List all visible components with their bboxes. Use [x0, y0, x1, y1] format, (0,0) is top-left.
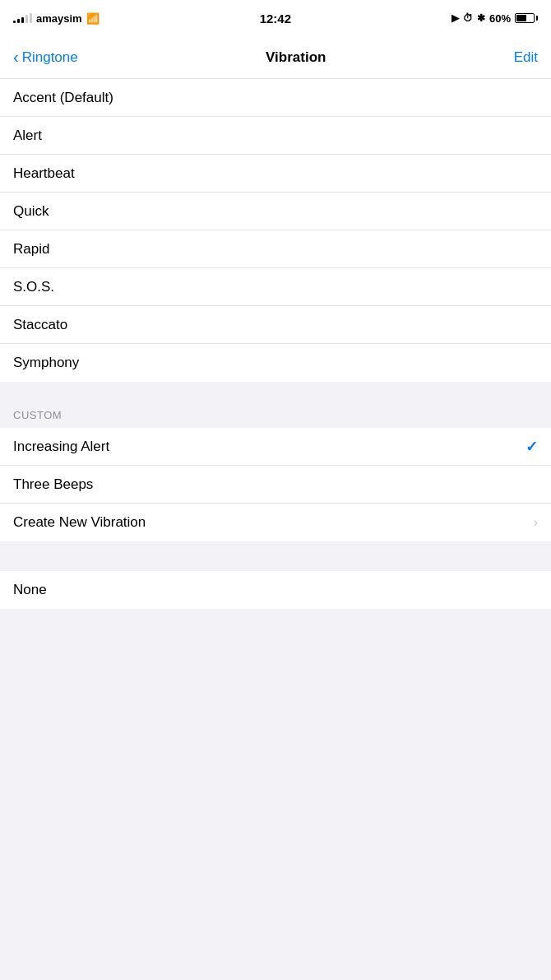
list-item-increasing-alert[interactable]: Increasing Alert ✓	[0, 428, 551, 466]
staccato-label: Staccato	[13, 317, 67, 333]
battery-icon	[515, 13, 538, 23]
accent-default-label: Accent (Default)	[13, 90, 113, 106]
section-gap	[0, 541, 551, 571]
sos-label: S.O.S.	[13, 279, 54, 295]
rapid-label: Rapid	[13, 241, 49, 258]
battery-percent: 60%	[489, 12, 511, 25]
page-title: Vibration	[266, 49, 326, 66]
list-item-three-beeps[interactable]: Three Beeps	[0, 466, 551, 504]
quick-label: Quick	[13, 203, 49, 220]
list-item-none[interactable]: None	[0, 571, 551, 609]
signal-icon	[13, 13, 32, 23]
custom-section-header: CUSTOM	[0, 382, 551, 428]
list-item-sos[interactable]: S.O.S.	[0, 268, 551, 306]
status-right: ▶ ⏱ ✱ 60%	[451, 12, 538, 25]
bluetooth-icon: ✱	[477, 12, 485, 24]
back-button[interactable]: ‹ Ringtone	[13, 49, 78, 66]
alarm-icon: ⏱	[463, 12, 473, 24]
carrier-label: amaysim	[36, 12, 82, 25]
none-section-list: None	[0, 571, 551, 609]
list-item-quick[interactable]: Quick	[0, 193, 551, 230]
back-label: Ringtone	[22, 49, 78, 66]
alert-label: Alert	[13, 128, 42, 144]
list-item-create-new[interactable]: Create New Vibration ›	[0, 504, 551, 541]
nav-bar: ‹ Ringtone Vibration Edit	[0, 36, 551, 79]
list-item-symphony[interactable]: Symphony	[0, 344, 551, 382]
list-item-alert[interactable]: Alert	[0, 117, 551, 155]
list-item-staccato[interactable]: Staccato	[0, 306, 551, 344]
heartbeat-label: Heartbeat	[13, 165, 75, 182]
list-item-accent-default[interactable]: Accent (Default)	[0, 79, 551, 117]
list-item-heartbeat[interactable]: Heartbeat	[0, 155, 551, 193]
increasing-alert-label: Increasing Alert	[13, 439, 109, 455]
custom-vibrations-list: Increasing Alert ✓ Three Beeps Create Ne…	[0, 428, 551, 541]
list-item-rapid[interactable]: Rapid	[0, 230, 551, 268]
wifi-icon: 📶	[86, 12, 100, 25]
status-time: 12:42	[260, 12, 291, 26]
status-bar: amaysim 📶 12:42 ▶ ⏱ ✱ 60%	[0, 0, 551, 36]
status-left: amaysim 📶	[13, 12, 100, 25]
create-new-label: Create New Vibration	[13, 514, 146, 531]
chevron-right-icon: ›	[534, 515, 538, 530]
standard-vibrations-list: Accent (Default) Alert Heartbeat Quick R…	[0, 79, 551, 382]
back-chevron-icon: ‹	[13, 49, 19, 65]
edit-button[interactable]: Edit	[514, 49, 538, 66]
location-icon: ▶	[451, 12, 459, 24]
symphony-label: Symphony	[13, 355, 79, 371]
none-label: None	[13, 582, 47, 598]
three-beeps-label: Three Beeps	[13, 476, 93, 493]
custom-section-header-text: CUSTOM	[13, 409, 62, 421]
bottom-gap	[0, 609, 551, 773]
selected-checkmark-icon: ✓	[526, 438, 538, 456]
